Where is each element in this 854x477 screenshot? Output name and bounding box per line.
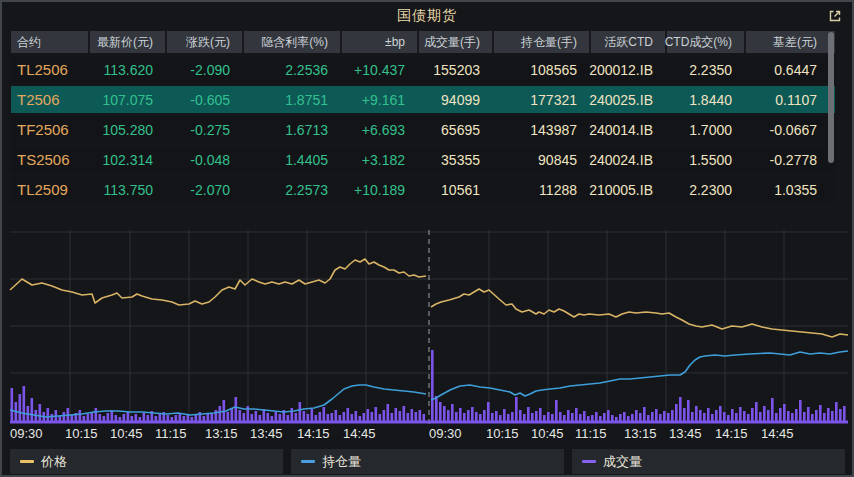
column-header[interactable]: 持仓量(手) bbox=[492, 31, 589, 53]
volume-bar bbox=[323, 407, 326, 422]
cell-active_ctd: 210005.IB bbox=[589, 182, 665, 198]
volume-bar bbox=[387, 404, 390, 422]
price-line bbox=[431, 289, 848, 337]
table-row[interactable]: T2506107.075-0.6051.8751+9.1619409917732… bbox=[11, 86, 835, 113]
volume-bar bbox=[575, 408, 578, 422]
cell-change: -0.275 bbox=[165, 122, 242, 138]
cell-volume: 10561 bbox=[417, 182, 492, 198]
open-interest-line bbox=[10, 385, 426, 417]
volume-bar bbox=[471, 407, 474, 422]
volume-bar bbox=[439, 402, 442, 422]
volume-bar bbox=[695, 406, 698, 422]
legend-item-open-interest[interactable]: 持仓量 bbox=[291, 449, 564, 474]
cell-basis: 0.6447 bbox=[744, 62, 835, 78]
volume-bar bbox=[843, 406, 846, 422]
time-axis-label: 14:45 bbox=[343, 426, 376, 441]
volume-bar bbox=[519, 410, 522, 422]
cell-volume: 155203 bbox=[417, 62, 492, 78]
cell-volume: 65695 bbox=[417, 122, 492, 138]
table-row[interactable]: TF2506105.280-0.2751.6713+6.693656951439… bbox=[11, 116, 835, 143]
legend-label: 价格 bbox=[41, 453, 67, 471]
volume-bar bbox=[31, 398, 34, 422]
column-header[interactable]: 成交量(手) bbox=[417, 31, 492, 53]
column-header[interactable]: 隐含利率(%) bbox=[242, 31, 340, 53]
volume-bar bbox=[383, 410, 386, 422]
volume-bar bbox=[831, 411, 834, 422]
cell-change: -0.605 bbox=[165, 92, 242, 108]
volume-bar bbox=[671, 410, 674, 422]
volume-bar bbox=[835, 402, 838, 422]
volume-bar bbox=[715, 410, 718, 422]
cell-volume: 94099 bbox=[417, 92, 492, 108]
legend-item-price[interactable]: 价格 bbox=[10, 449, 283, 474]
column-header[interactable]: CTD成交(%) bbox=[665, 31, 744, 53]
cell-active_ctd: 240024.IB bbox=[589, 152, 665, 168]
time-axis-label: 10:15 bbox=[486, 426, 519, 441]
cell-contract: TL2506 bbox=[11, 61, 88, 78]
cell-contract: TF2506 bbox=[11, 121, 88, 138]
volume-bar bbox=[431, 350, 434, 422]
time-axis-label: 14:15 bbox=[297, 426, 330, 441]
cell-contract: T2506 bbox=[11, 91, 88, 108]
table-row[interactable]: TL2506113.620-2.0902.2536+10.43715520310… bbox=[11, 56, 835, 83]
volume-bar bbox=[487, 402, 490, 422]
volume-bar bbox=[807, 407, 810, 422]
volume-bar bbox=[527, 407, 530, 422]
volume-bar bbox=[447, 410, 450, 422]
cell-open_interest: 177321 bbox=[492, 92, 589, 108]
cell-ctd_pct: 1.7000 bbox=[665, 122, 744, 138]
volume-bar bbox=[567, 410, 570, 422]
volume-bar bbox=[767, 410, 770, 422]
column-header[interactable]: 活跃CTD bbox=[589, 31, 665, 53]
volume-baseline-strip bbox=[10, 421, 848, 424]
cell-basis: 1.0355 bbox=[744, 182, 835, 198]
volume-bar bbox=[583, 411, 586, 422]
volume-bar bbox=[495, 411, 498, 422]
volume-bar bbox=[771, 398, 774, 422]
legend-item-volume[interactable]: 成交量 bbox=[572, 449, 845, 474]
volume-bar bbox=[419, 410, 422, 422]
legend-label: 持仓量 bbox=[322, 453, 361, 471]
price-line bbox=[10, 259, 426, 305]
volume-bar bbox=[95, 408, 98, 422]
volume-bar bbox=[411, 409, 414, 422]
column-header[interactable]: ±bp bbox=[340, 31, 417, 53]
column-header[interactable]: 涨跌(元) bbox=[165, 31, 242, 53]
volume-bar bbox=[539, 408, 542, 422]
volume-bar bbox=[555, 400, 558, 422]
volume-bar bbox=[663, 411, 666, 422]
table-scrollbar[interactable] bbox=[828, 32, 834, 163]
open-interest-legend-swatch-icon bbox=[301, 460, 315, 463]
time-axis-label: 09:30 bbox=[429, 426, 462, 441]
cell-bp: +6.693 bbox=[340, 122, 417, 138]
volume-bar bbox=[707, 408, 710, 422]
volume-legend-swatch-icon bbox=[582, 460, 596, 463]
column-header[interactable]: 基差(元) bbox=[744, 31, 835, 53]
volume-bar bbox=[435, 396, 438, 422]
time-axis-label: 10:15 bbox=[65, 426, 98, 441]
volume-bar bbox=[47, 408, 50, 422]
cell-change: -0.048 bbox=[165, 152, 242, 168]
volume-bar bbox=[783, 404, 786, 422]
cell-implied_rate: 1.8751 bbox=[242, 92, 340, 108]
column-header[interactable]: 最新价(元) bbox=[88, 31, 165, 53]
title-bar: 国债期货 bbox=[2, 2, 852, 30]
cell-bp: +3.182 bbox=[340, 152, 417, 168]
volume-bar bbox=[79, 410, 82, 422]
table-row[interactable]: TL2509113.750-2.0702.2573+10.18910561112… bbox=[11, 176, 835, 203]
cell-open_interest: 143987 bbox=[492, 122, 589, 138]
table-row[interactable]: TS2506102.314-0.0481.4405+3.182353559084… bbox=[11, 146, 835, 173]
volume-bar bbox=[403, 406, 406, 422]
cell-implied_rate: 2.2573 bbox=[242, 182, 340, 198]
volume-bar bbox=[675, 404, 678, 422]
volume-bar bbox=[291, 408, 294, 422]
column-header[interactable]: 合约 bbox=[11, 31, 88, 53]
expand-icon[interactable] bbox=[827, 8, 843, 24]
volume-bar bbox=[263, 409, 266, 422]
volume-bar bbox=[335, 410, 338, 422]
cell-volume: 35355 bbox=[417, 152, 492, 168]
cell-ctd_pct: 2.2300 bbox=[665, 182, 744, 198]
time-axis-label: 09:30 bbox=[10, 426, 43, 441]
time-axis-label: 13:45 bbox=[250, 426, 283, 441]
time-axis-label: 13:45 bbox=[669, 426, 702, 441]
